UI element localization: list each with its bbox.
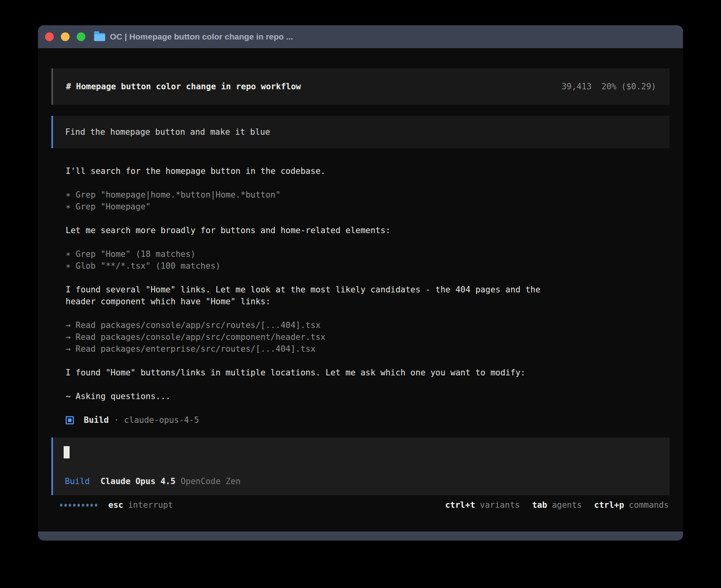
- agent-badge: Build · claude-opus-4-5: [66, 414, 670, 426]
- shortcut-variants: ctrl+tvariants: [445, 500, 520, 510]
- session-header: # Homepage button color change in repo w…: [51, 68, 670, 105]
- esc-key-hint: esc: [108, 500, 123, 510]
- token-count: 39,413: [562, 82, 592, 91]
- assistant-text: Let me search more broadly for buttons a…: [66, 224, 556, 236]
- agent-mode: Build: [65, 477, 90, 486]
- tool-call-group: ∗ Grep "homepage|home.*button|Home.*butt…: [66, 189, 556, 213]
- separator-dot: ·: [114, 415, 119, 425]
- tool-call-group: ∗ Grep "Home" (18 matches) ∗ Glob "**/*.…: [66, 248, 556, 272]
- statusbar-right: ctrl+tvariants tabagents ctrl+pcommands: [433, 500, 669, 510]
- tool-call-read: → Read packages/enterprise/src/routes/[.…: [66, 343, 556, 355]
- session-title: # Homepage button color change in repo w…: [66, 82, 301, 91]
- shortcut-agents: tabagents: [532, 500, 582, 510]
- assistant-text: I found "Home" buttons/links in multiple…: [66, 367, 556, 379]
- assistant-text: I found several "Home" links. Let me loo…: [66, 284, 556, 307]
- agent-model: claude-opus-4-5: [124, 415, 199, 425]
- tool-call-grep: ∗ Grep "homepage|home.*button|Home.*butt…: [66, 189, 556, 201]
- tool-call-glob: ∗ Glob "**/*.tsx" (100 matches): [66, 260, 556, 272]
- session-cost: ($0.29): [621, 82, 656, 91]
- zoom-button[interactable]: [77, 32, 85, 41]
- prompt-input[interactable]: Build Claude Opus 4.5 OpenCode Zen: [51, 437, 670, 495]
- tool-call-read: → Read packages/console/app/src/componen…: [66, 331, 556, 343]
- assistant-text: I'll search for the homepage button in t…: [66, 165, 556, 177]
- status-text: ~ Asking questions...: [66, 390, 556, 402]
- minimize-button[interactable]: [61, 32, 70, 41]
- window-title: OC | Homepage button color change in rep…: [110, 32, 293, 41]
- tool-call-read: → Read packages/console/app/src/routes/[…: [66, 319, 556, 331]
- esc-key-label: interrupt: [128, 500, 173, 510]
- composer-meta: Build Claude Opus 4.5 OpenCode Zen: [64, 477, 658, 486]
- conversation: I'll search for the homepage button in t…: [51, 165, 670, 426]
- user-message: Find the homepage button and make it blu…: [51, 116, 670, 148]
- statusbar-left: esc interrupt: [60, 500, 173, 510]
- close-button[interactable]: [45, 32, 54, 41]
- window-footer-strip: [38, 531, 683, 541]
- provider-name: OpenCode Zen: [181, 477, 241, 486]
- agent-name: Build: [84, 415, 109, 425]
- user-message-text: Find the homepage button and make it blu…: [65, 127, 270, 137]
- terminal-content: # Homepage button color change in repo w…: [38, 68, 683, 511]
- build-agent-icon: [66, 416, 74, 424]
- tool-call-group: → Read packages/console/app/src/routes/[…: [66, 319, 556, 355]
- tool-call-grep: ∗ Grep "Homepage": [66, 201, 556, 213]
- tool-call-grep: ∗ Grep "Home" (18 matches): [66, 248, 556, 260]
- terminal-window: OC | Homepage button color change in rep…: [38, 25, 683, 541]
- spinner-dots: [60, 504, 97, 507]
- model-name: Claude Opus 4.5: [100, 477, 176, 486]
- shortcut-commands: ctrl+pcommands: [594, 500, 669, 510]
- text-cursor: [64, 446, 70, 458]
- traffic-lights: [45, 32, 85, 41]
- statusbar: esc interrupt ctrl+tvariants tabagents c…: [51, 499, 670, 511]
- context-percent: 20%: [602, 82, 617, 91]
- desktop-background: OC | Homepage button color change in rep…: [0, 0, 721, 588]
- session-stats: 39,41320%($0.29): [562, 82, 656, 91]
- titlebar: OC | Homepage button color change in rep…: [38, 25, 683, 48]
- folder-icon: [94, 33, 105, 41]
